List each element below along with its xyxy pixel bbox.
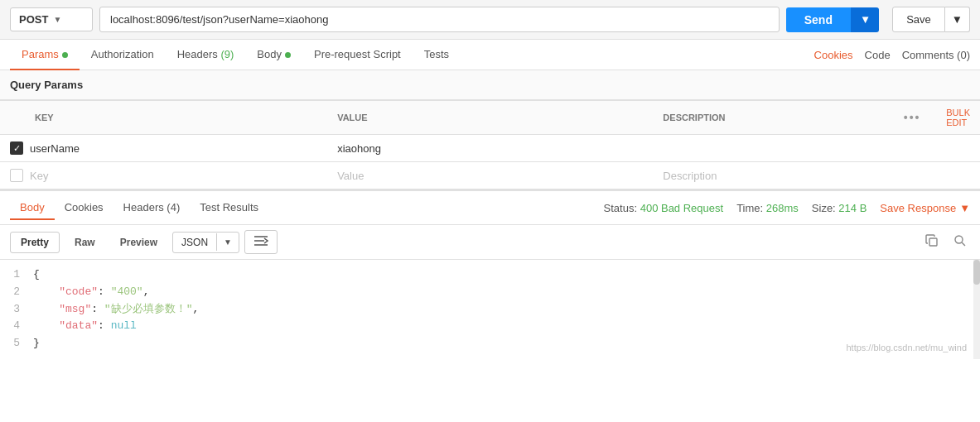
tab-params[interactable]: Params bbox=[10, 40, 80, 70]
format-label: JSON bbox=[173, 233, 216, 252]
resp-tab-cookies[interactable]: Cookies bbox=[55, 196, 113, 220]
table-row: Key Value Description bbox=[0, 162, 980, 189]
key-value: userName bbox=[30, 142, 80, 155]
top-bar: POST ▼ Send ▼ Save ▼ bbox=[0, 0, 980, 40]
resp-tab-body[interactable]: Body bbox=[10, 196, 55, 220]
pretty-button[interactable]: Pretty bbox=[10, 232, 60, 253]
row-checkbox-empty[interactable] bbox=[10, 169, 23, 182]
more-options-icon[interactable]: ••• bbox=[904, 111, 921, 124]
status-label: Status: 400 Bad Request bbox=[604, 202, 724, 214]
params-dot bbox=[62, 52, 68, 58]
response-bar: Body Cookies Headers (4) Test Results St… bbox=[0, 189, 980, 225]
send-dropdown-button[interactable]: ▼ bbox=[851, 7, 879, 32]
preview-button[interactable]: Preview bbox=[110, 233, 167, 252]
tab-pre-request-script[interactable]: Pre-request Script bbox=[302, 40, 413, 70]
send-arrow-icon: ▼ bbox=[860, 13, 871, 26]
code-area: 1 { 2 "code": "400", 3 "msg": "缺少必填参数！",… bbox=[0, 260, 980, 359]
tab-authorization[interactable]: Authorization bbox=[80, 40, 166, 70]
word-wrap-button[interactable] bbox=[244, 230, 278, 254]
row-checkbox[interactable] bbox=[10, 141, 23, 155]
send-button[interactable]: Send bbox=[786, 7, 851, 32]
body-dot bbox=[285, 52, 291, 58]
col-header-key: KEY bbox=[0, 101, 327, 135]
watermark: https://blog.csdn.net/mu_wind bbox=[846, 341, 967, 356]
query-params-header: Query Params bbox=[0, 70, 980, 100]
tab-tests[interactable]: Tests bbox=[413, 40, 461, 70]
bulk-edit-button[interactable]: Bulk Edit bbox=[946, 108, 970, 127]
search-button[interactable] bbox=[950, 231, 970, 254]
code-line-4: 4 "data": null bbox=[0, 318, 980, 335]
save-button[interactable]: Save bbox=[892, 7, 945, 32]
description-placeholder[interactable]: Description bbox=[663, 170, 717, 182]
send-button-group: Send ▼ bbox=[786, 7, 879, 32]
bulk-edit-header: Bulk Edit bbox=[936, 101, 980, 135]
tabs-right: Cookies Code Comments (0) bbox=[814, 49, 970, 61]
status-value: 400 Bad Request bbox=[640, 202, 723, 214]
raw-button[interactable]: Raw bbox=[65, 233, 105, 252]
method-label: POST bbox=[19, 13, 48, 26]
svg-point-4 bbox=[955, 236, 963, 243]
value-placeholder[interactable]: Value bbox=[337, 170, 364, 182]
svg-rect-3 bbox=[929, 238, 937, 246]
code-line-1: 1 { bbox=[0, 266, 980, 284]
size-value: 214 B bbox=[838, 202, 867, 214]
code-line-2: 2 "code": "400", bbox=[0, 284, 980, 301]
request-tabs: Params Authorization Headers (9) Body Pr… bbox=[0, 40, 980, 70]
table-row: userName xiaohong bbox=[0, 135, 980, 162]
format-select[interactable]: JSON ▼ bbox=[172, 232, 239, 253]
description-cell bbox=[653, 135, 888, 162]
svg-line-5 bbox=[962, 242, 965, 246]
col-header-actions: ••• bbox=[888, 101, 936, 135]
scrollbar[interactable] bbox=[973, 260, 980, 359]
resp-tab-headers[interactable]: Headers (4) bbox=[113, 196, 191, 220]
save-button-group: Save ▼ bbox=[892, 7, 970, 32]
col-header-value: VALUE bbox=[327, 101, 653, 135]
save-arrow-icon: ▼ bbox=[952, 13, 963, 26]
tab-headers[interactable]: Headers (9) bbox=[166, 40, 246, 70]
time-value: 268ms bbox=[766, 202, 799, 214]
method-arrow: ▼ bbox=[53, 15, 61, 24]
body-toolbar: Pretty Raw Preview JSON ▼ bbox=[0, 225, 980, 260]
resp-tab-test-results[interactable]: Test Results bbox=[190, 196, 268, 220]
params-table: KEY VALUE DESCRIPTION ••• Bulk Edit user… bbox=[0, 100, 980, 189]
method-select[interactable]: POST ▼ bbox=[10, 7, 93, 31]
cookies-link[interactable]: Cookies bbox=[814, 49, 853, 61]
code-link[interactable]: Code bbox=[865, 49, 891, 61]
col-header-description: DESCRIPTION bbox=[653, 101, 888, 135]
format-dropdown-icon[interactable]: ▼ bbox=[216, 233, 239, 251]
copy-button[interactable] bbox=[922, 231, 942, 254]
response-status: Status: 400 Bad Request Time: 268ms Size… bbox=[604, 202, 970, 214]
scrollbar-thumb[interactable] bbox=[973, 260, 980, 285]
code-line-3: 3 "msg": "缺少必填参数！", bbox=[0, 301, 980, 319]
size-label: Size: 214 B bbox=[812, 202, 867, 214]
comments-link[interactable]: Comments (0) bbox=[902, 49, 970, 61]
url-input[interactable] bbox=[99, 7, 780, 32]
save-dropdown-button[interactable]: ▼ bbox=[945, 7, 970, 32]
save-response-arrow: ▼ bbox=[959, 202, 970, 214]
value-cell: xiaohong bbox=[327, 135, 653, 162]
save-response-button[interactable]: Save Response ▼ bbox=[880, 202, 970, 214]
toolbar-right bbox=[922, 231, 970, 254]
tab-body[interactable]: Body bbox=[245, 40, 302, 70]
code-line-5: 5 } bbox=[0, 335, 980, 352]
key-placeholder[interactable]: Key bbox=[30, 170, 48, 182]
time-label: Time: 268ms bbox=[736, 202, 799, 214]
